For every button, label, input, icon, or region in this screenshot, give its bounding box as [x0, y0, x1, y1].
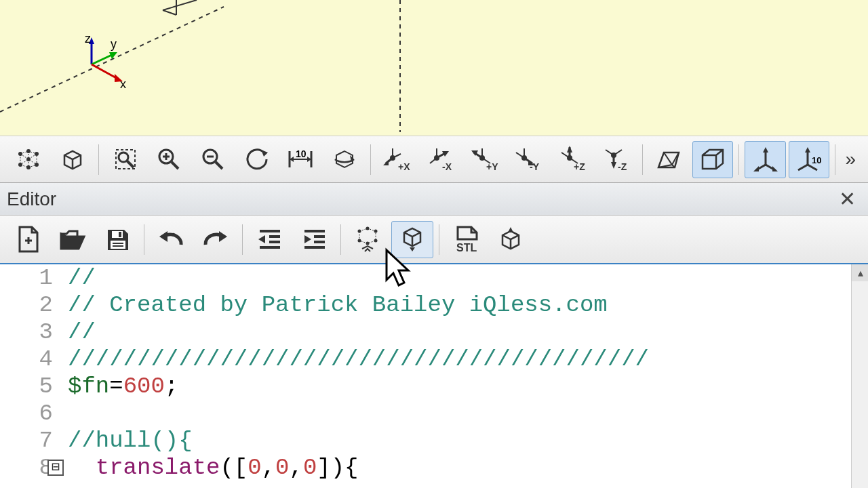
svg-text:STL: STL [456, 242, 477, 253]
line-number: 3 [0, 319, 53, 346]
reset-view-button[interactable] [236, 141, 277, 178]
preview-compile-button[interactable] [347, 221, 389, 258]
render-compile-button[interactable] [391, 221, 433, 258]
svg-text:x: x [120, 77, 126, 91]
svg-marker-78 [763, 147, 768, 152]
svg-text:z: z [85, 32, 91, 45]
export-stl-button[interactable]: STL [445, 221, 487, 258]
show-axes-button[interactable] [745, 141, 786, 178]
editor-panel-header: Editor ✕ [0, 183, 868, 216]
code-line[interactable]: translate([0,0,0]){ [68, 454, 868, 481]
code-content[interactable]: //// Created by Patrick Bailey iQless.co… [61, 264, 868, 488]
indent-button[interactable] [293, 221, 335, 258]
line-number: 1 [0, 264, 53, 291]
code-line[interactable]: $fn=600; [68, 373, 868, 400]
svg-line-27 [172, 162, 178, 169]
open-file-button[interactable] [52, 221, 94, 258]
panel-title: Editor [7, 188, 56, 210]
redo-button[interactable] [195, 221, 237, 258]
svg-point-72 [611, 152, 616, 158]
svg-point-54 [479, 155, 485, 161]
svg-rect-90 [111, 241, 125, 249]
view-rotate-button[interactable] [323, 141, 365, 178]
svg-line-83 [808, 165, 817, 170]
axes-indicator: z y x [85, 37, 139, 101]
code-line[interactable]: // Created by Patrick Bailey iQless.com [68, 291, 868, 319]
svg-marker-73 [611, 162, 616, 169]
code-line[interactable] [68, 400, 868, 427]
svg-point-60 [521, 155, 527, 161]
fold-toggle[interactable]: ⊟ [47, 460, 64, 476]
svg-marker-111 [410, 247, 415, 251]
svg-point-109 [366, 242, 370, 245]
line-gutter: 12345678 [0, 264, 61, 488]
svg-text:+X: +X [398, 161, 410, 172]
svg-point-22 [119, 152, 128, 162]
line-number: 5 [0, 373, 53, 400]
axis-back-button[interactable]: -Y [508, 141, 549, 178]
svg-point-48 [434, 155, 439, 161]
scroll-up-button[interactable]: ▴ [852, 264, 868, 281]
svg-marker-79 [753, 166, 759, 171]
svg-text:-X: -X [442, 161, 452, 172]
code-line[interactable]: ////////////////////////////////////////… [68, 346, 868, 373]
svg-point-42 [390, 155, 395, 161]
axis-top-button[interactable]: +Z [552, 141, 593, 178]
overflow-button[interactable]: » [840, 148, 861, 170]
unindent-button[interactable] [248, 221, 290, 258]
perspective-button[interactable] [648, 141, 690, 178]
svg-text:y: y [111, 37, 117, 51]
preview-button[interactable] [8, 141, 50, 178]
svg-text:10: 10 [296, 148, 307, 159]
undo-button[interactable] [150, 221, 192, 258]
svg-marker-94 [219, 231, 227, 242]
svg-rect-89 [119, 232, 121, 237]
zoom-out-button[interactable] [193, 141, 234, 178]
svg-marker-99 [258, 235, 265, 243]
viewport-3d[interactable]: z y x [0, 0, 868, 136]
line-number: 8 [0, 454, 53, 481]
svg-marker-93 [159, 231, 167, 242]
view-distance-button[interactable]: 10 [280, 141, 321, 178]
svg-line-23 [127, 161, 134, 167]
svg-line-82 [798, 165, 808, 170]
zoom-fit-button[interactable] [104, 141, 146, 178]
line-number: 2 [0, 291, 53, 319]
code-editor[interactable]: 12345678 //// Created by Patrick Bailey … [0, 264, 868, 488]
svg-line-2 [163, 0, 197, 10]
svg-marker-31 [261, 150, 268, 157]
save-file-button[interactable] [96, 221, 138, 258]
axis-front-button[interactable]: +Y [464, 141, 505, 178]
close-button[interactable]: ✕ [833, 186, 861, 212]
svg-point-66 [567, 155, 572, 161]
editor-toolbar: STL [0, 216, 868, 264]
axis-right-button[interactable]: +X [376, 141, 418, 178]
svg-text:-Z: -Z [618, 161, 627, 172]
show-scale-button[interactable]: 10 [789, 141, 830, 178]
viewer-toolbar: 10 +X -X +Y -Y +Z -Z 10 » [0, 136, 868, 183]
svg-text:+Z: +Z [574, 161, 585, 172]
code-line[interactable]: // [68, 319, 868, 346]
svg-marker-113 [508, 227, 513, 232]
vertical-scrollbar[interactable]: ▴ [851, 264, 868, 488]
svg-marker-67 [567, 146, 572, 152]
new-file-button[interactable] [7, 221, 49, 258]
code-line[interactable]: // [68, 264, 868, 291]
line-number: 6 [0, 400, 53, 427]
svg-line-8 [92, 54, 113, 64]
render-button[interactable] [52, 141, 94, 178]
svg-text:10: 10 [812, 155, 821, 165]
svg-marker-80 [772, 166, 778, 171]
svg-text:-Y: -Y [530, 161, 540, 172]
axis-left-button[interactable]: -X [420, 141, 462, 178]
svg-line-4 [163, 10, 176, 15]
svg-marker-104 [304, 235, 311, 243]
zoom-in-button[interactable] [149, 141, 190, 178]
axis-bottom-button[interactable]: -Z [595, 141, 637, 178]
svg-text:+Y: +Y [486, 161, 498, 172]
line-number: 7 [0, 427, 53, 454]
orthogonal-button[interactable] [692, 141, 734, 178]
svg-line-30 [216, 162, 222, 169]
code-line[interactable]: //hull(){ [68, 427, 868, 454]
send-to-button[interactable] [490, 221, 532, 258]
